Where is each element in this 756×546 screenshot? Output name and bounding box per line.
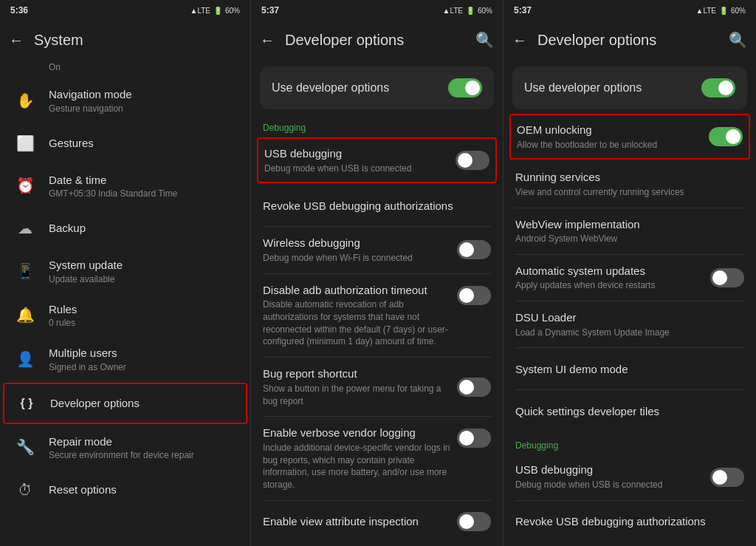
verbose-logging-text: Enable verbose vendor logging Include ad… [263, 426, 457, 491]
search-icon-2[interactable]: 🔍 [475, 31, 494, 49]
repair-mode-sub: Secure environment for device repair [49, 450, 238, 460]
usb-debugging-toggle-3[interactable] [710, 468, 744, 487]
rules-icon: 🔔 [12, 306, 38, 324]
app-bar-3: ← Developer options 🔍 [504, 21, 756, 59]
revoke-usb-item-3[interactable]: Revoke USB debugging authorizations [504, 501, 756, 542]
auto-system-updates-toggle[interactable] [710, 268, 744, 287]
system-update-sub: Update available [49, 274, 238, 284]
auto-system-updates-item[interactable]: Automatic system updates Apply updates w… [504, 255, 756, 301]
reset-options-text: Reset options [49, 482, 238, 497]
panel-developer-right: 5:37 ▲LTE 🔋 60% ← Developer options 🔍 Us… [504, 0, 756, 546]
status-bar-1: 5:36 ▲LTE 🔋 60% [0, 0, 250, 21]
sidebar-item-backup[interactable]: ☁ Backup [0, 208, 250, 249]
nav-mode-text: Navigation mode Gesture navigation [49, 87, 238, 114]
date-time-text: Date & time GMT+05:30 India Standard Tim… [49, 173, 238, 199]
multiple-users-title: Multiple users [49, 346, 238, 361]
view-attribute-text: Enable view attribute inspection [263, 514, 457, 529]
dsu-loader-item[interactable]: DSU Loader Load a Dynamic System Update … [504, 301, 756, 347]
quick-settings-tiles-item[interactable]: Quick settings developer tiles [504, 390, 756, 431]
oem-unlocking-text: OEM unlocking Allow the bootloader to be… [517, 123, 709, 151]
verbose-logging-title: Enable verbose vendor logging [263, 426, 457, 440]
dsu-loader-title: DSU Loader [515, 310, 744, 325]
developer-options-icon: { } [13, 397, 40, 410]
backup-icon: ☁ [12, 219, 38, 237]
view-attribute-item[interactable]: Enable view attribute inspection [251, 501, 503, 542]
developer-options-title: Developer options [50, 396, 237, 411]
disable-adb-toggle[interactable] [457, 286, 491, 305]
time-1: 5:36 [10, 5, 28, 16]
revoke-usb-text: Revoke USB debugging authorizations [263, 199, 491, 214]
developer-options-text: Developer options [50, 396, 237, 411]
page-title-3: Developer options [537, 32, 729, 49]
page-title-1: System [34, 32, 241, 49]
battery-label-1: 60% [225, 7, 240, 15]
repair-mode-icon: 🔧 [12, 438, 38, 456]
wireless-debugging-text: Wireless debugging Debug mode when Wi-Fi… [263, 236, 457, 264]
sidebar-item-multiple-users[interactable]: 👤 Multiple users Signed in as Owner [0, 337, 250, 381]
usb-debugging-item[interactable]: USB debugging Debug mode when USB is con… [257, 137, 497, 183]
reset-options-title: Reset options [49, 482, 238, 497]
revoke-usb-item[interactable]: Revoke USB debugging authorizations [251, 185, 503, 226]
back-button-1[interactable]: ← [9, 32, 24, 49]
sidebar-item-developer-options[interactable]: { } Developer options [3, 383, 247, 424]
developer-options-list-middle: Use developer options Debugging USB debu… [251, 59, 503, 546]
use-developer-options-toggle[interactable] [448, 78, 482, 98]
sidebar-item-gestures[interactable]: ⬜ Gestures [0, 123, 250, 164]
usb-debugging-text: USB debugging Debug mode when USB is con… [264, 146, 456, 174]
sidebar-item-rules[interactable]: 🔔 Rules 0 rules [0, 293, 250, 338]
verbose-logging-sub: Include additional device-specific vendo… [263, 442, 457, 491]
battery-icon-3: 🔋 [719, 7, 728, 15]
app-bar-2: ← Developer options 🔍 [251, 21, 503, 59]
verbose-logging-toggle[interactable] [457, 429, 491, 448]
status-icons-3: ▲LTE 🔋 60% [695, 7, 746, 15]
sidebar-item-date-time[interactable]: ⏰ Date & time GMT+05:30 India Standard T… [0, 164, 250, 208]
oem-unlocking-item[interactable]: OEM unlocking Allow the bootloader to be… [509, 114, 750, 160]
repair-mode-title: Repair mode [49, 434, 238, 449]
system-ui-demo-title: System UI demo mode [515, 362, 744, 377]
usb-debugging-text-3: USB debugging Debug mode when USB is con… [515, 463, 710, 491]
status-bar-2: 5:37 ▲LTE 🔋 60% [251, 0, 503, 21]
sidebar-item-system-update[interactable]: 📱 System update Update available [0, 249, 250, 293]
date-time-icon: ⏰ [12, 177, 38, 194]
dsu-loader-text: DSU Loader Load a Dynamic System Update … [515, 310, 744, 338]
time-3: 5:37 [514, 5, 532, 16]
bug-report-item[interactable]: Bug report shortcut Show a button in the… [251, 358, 503, 416]
wireless-debugging-toggle[interactable] [457, 240, 491, 259]
wireless-debugging-item[interactable]: Wireless debugging Debug mode when Wi-Fi… [251, 227, 503, 273]
webview-text: WebView implementation Android System We… [515, 217, 744, 245]
back-button-2[interactable]: ← [260, 32, 275, 49]
sidebar-item-reset-options[interactable]: ⏱ Reset options [0, 469, 250, 511]
back-button-3[interactable]: ← [512, 32, 527, 49]
status-icons-2: ▲LTE 🔋 60% [442, 7, 492, 15]
use-developer-options-toggle-3[interactable] [701, 78, 735, 98]
view-attribute-title: Enable view attribute inspection [263, 514, 457, 529]
sidebar-item-nav-mode[interactable]: ✋ Navigation mode Gesture navigation [0, 78, 250, 123]
battery-icon-1: 🔋 [213, 7, 222, 15]
system-ui-demo-item[interactable]: System UI demo mode [504, 348, 756, 389]
oem-unlocking-toggle[interactable] [709, 127, 743, 146]
app-bar-1: ← System [0, 21, 250, 59]
system-list: On ✋ Navigation mode Gesture navigation … [0, 59, 250, 546]
section-debugging-label-2: Debugging [251, 114, 503, 136]
verbose-logging-item[interactable]: Enable verbose vendor logging Include ad… [251, 417, 503, 500]
developer-options-list-right: Use developer options OEM unlocking Allo… [504, 59, 756, 546]
rules-sub: 0 rules [49, 318, 238, 328]
auto-system-updates-sub: Apply updates when device restarts [515, 279, 710, 292]
multiple-users-icon: 👤 [12, 350, 38, 368]
disable-adb-item[interactable]: Disable adb authorization timeout Disabl… [251, 274, 503, 358]
usb-debugging-item-3[interactable]: USB debugging Debug mode when USB is con… [504, 454, 756, 499]
running-services-item[interactable]: Running services View and control curren… [504, 161, 756, 207]
gestures-icon: ⬜ [12, 134, 38, 152]
search-icon-3[interactable]: 🔍 [729, 31, 747, 49]
sidebar-item-repair-mode[interactable]: 🔧 Repair mode Secure environment for dev… [0, 426, 250, 470]
wireless-debugging-sub: Debug mode when Wi-Fi is connected [263, 252, 457, 265]
rules-text: Rules 0 rules [49, 302, 238, 329]
running-services-text: Running services View and control curren… [515, 170, 744, 198]
webview-item[interactable]: WebView implementation Android System We… [504, 208, 756, 254]
usb-debugging-toggle[interactable] [456, 151, 489, 170]
view-attribute-toggle[interactable] [457, 512, 491, 531]
panel-system: 5:36 ▲LTE 🔋 60% ← System On ✋ Navigation… [0, 0, 251, 546]
multiple-users-sub: Signed in as Owner [49, 362, 238, 372]
bug-report-toggle[interactable] [457, 378, 491, 397]
use-developer-options-label-3: Use developer options [524, 81, 642, 95]
